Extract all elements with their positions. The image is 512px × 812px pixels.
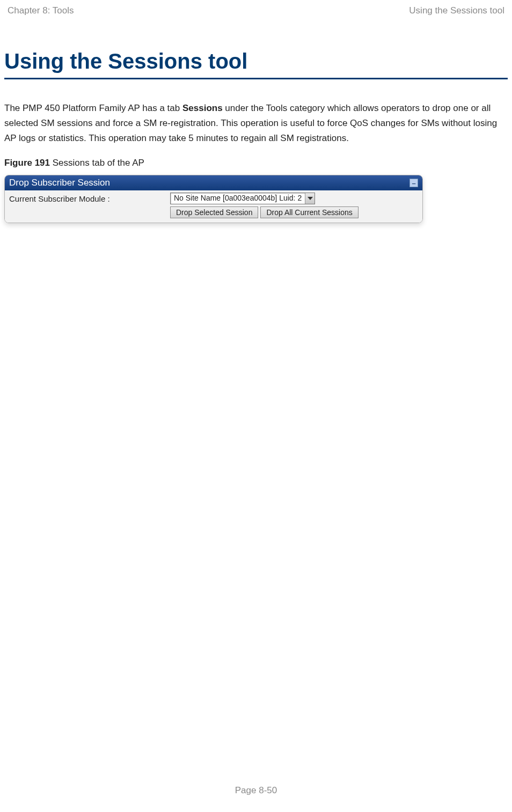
sessions-panel: Drop Subscriber Session – Current Subscr… xyxy=(4,175,423,223)
panel-title: Drop Subscriber Session xyxy=(9,178,110,188)
header-left: Chapter 8: Tools xyxy=(8,5,74,16)
buttons-row: Drop Selected Session Drop All Current S… xyxy=(5,205,422,219)
paragraph-part1: The PMP 450 Platform Family AP has a tab xyxy=(4,103,182,113)
panel-header: Drop Subscriber Session – xyxy=(5,175,422,190)
body-paragraph: The PMP 450 Platform Family AP has a tab… xyxy=(4,101,508,146)
paragraph-bold: Sessions xyxy=(182,103,223,113)
figure-label-bold: Figure 191 xyxy=(4,158,50,168)
drop-selected-button[interactable]: Drop Selected Session xyxy=(170,206,258,218)
subscriber-row: Current Subscriber Module : No Site Name… xyxy=(5,191,422,205)
panel-body: Current Subscriber Module : No Site Name… xyxy=(5,190,422,223)
subscriber-dropdown-value: No Site Name [0a003ea0004b] Luid: 2 xyxy=(171,193,305,204)
page-header: Chapter 8: Tools Using the Sessions tool xyxy=(4,4,508,16)
collapse-icon[interactable]: – xyxy=(409,179,418,187)
subscriber-label: Current Subscriber Module : xyxy=(9,194,170,203)
chevron-down-icon xyxy=(305,193,314,204)
drop-all-button[interactable]: Drop All Current Sessions xyxy=(260,206,358,218)
page-footer: Page 8-50 xyxy=(0,785,512,796)
header-right: Using the Sessions tool xyxy=(409,5,504,16)
figure-label-rest: Sessions tab of the AP xyxy=(50,158,144,168)
figure-caption: Figure 191 Sessions tab of the AP xyxy=(4,158,508,168)
section-heading: Using the Sessions tool xyxy=(4,49,508,79)
subscriber-dropdown[interactable]: No Site Name [0a003ea0004b] Luid: 2 xyxy=(170,193,315,204)
